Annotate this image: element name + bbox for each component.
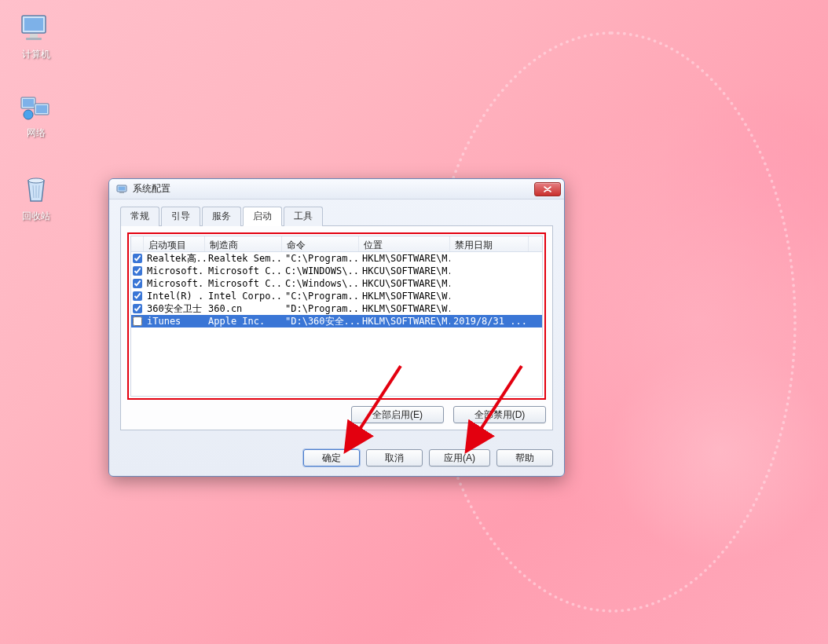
col-disable-date[interactable]: 禁用日期 bbox=[450, 236, 529, 251]
startup-list[interactable]: 启动项目 制造商 命令 位置 禁用日期 Realtek高...Realtek S… bbox=[130, 236, 543, 397]
desktop-icon-computer[interactable]: 计算机 bbox=[11, 13, 61, 62]
col-startup-item[interactable]: 启动项目 bbox=[144, 236, 205, 251]
help-button[interactable]: 帮助 bbox=[496, 449, 553, 467]
svg-point-9 bbox=[28, 178, 44, 183]
tabstrip: 常规 引导 服务 启动 工具 bbox=[120, 206, 553, 226]
recycle-bin-icon bbox=[19, 174, 53, 206]
svg-point-8 bbox=[24, 110, 33, 119]
cancel-button[interactable]: 取消 bbox=[366, 449, 423, 467]
cell-name: Realtek高... bbox=[144, 252, 205, 265]
titlebar[interactable]: 系统配置 bbox=[109, 179, 564, 199]
cell-cmd: "C:\Program... bbox=[282, 253, 359, 264]
tab-services[interactable]: 服务 bbox=[202, 207, 241, 226]
close-icon bbox=[544, 186, 551, 192]
row-checkbox[interactable] bbox=[133, 291, 142, 301]
table-row[interactable]: iTunesApple Inc."D:\360安全...HKLM\SOFTWAR… bbox=[131, 315, 542, 327]
enable-all-button[interactable]: 全部启用(E) bbox=[351, 406, 444, 423]
svg-rect-5 bbox=[23, 99, 34, 107]
desktop-icon-label: 计算机 bbox=[19, 47, 53, 62]
table-row[interactable]: Intel(R) ...Intel Corpo..."C:\Program...… bbox=[131, 290, 542, 302]
col-location[interactable]: 位置 bbox=[359, 236, 450, 251]
dialog-buttons: 确定 取消 应用(A) 帮助 bbox=[109, 441, 564, 476]
cell-name: iTunes bbox=[144, 316, 205, 327]
disable-all-button[interactable]: 全部禁用(D) bbox=[453, 406, 546, 423]
annotation-highlight: 启动项目 制造商 命令 位置 禁用日期 Realtek高...Realtek S… bbox=[127, 232, 546, 400]
window-title: 系统配置 bbox=[133, 182, 170, 196]
row-checkbox[interactable] bbox=[133, 317, 142, 326]
list-header[interactable]: 启动项目 制造商 命令 位置 禁用日期 bbox=[131, 236, 542, 252]
cell-mfr: Apple Inc. bbox=[205, 316, 282, 327]
col-command[interactable]: 命令 bbox=[282, 236, 359, 251]
close-button[interactable] bbox=[534, 182, 561, 196]
desktop-icon-recycle-bin[interactable]: 回收站 bbox=[11, 174, 61, 224]
desktop-icon-network[interactable]: 网络 bbox=[11, 91, 61, 141]
cell-name: 360安全卫士 bbox=[144, 302, 205, 316]
svg-rect-3 bbox=[26, 38, 42, 40]
network-icon bbox=[19, 91, 53, 123]
ok-button[interactable]: 确定 bbox=[303, 449, 360, 467]
row-checkbox[interactable] bbox=[133, 254, 142, 263]
computer-icon bbox=[19, 13, 53, 44]
cell-cmd: C:\WINDOWS\... bbox=[282, 265, 359, 276]
svg-rect-1 bbox=[24, 18, 43, 31]
col-manufacturer[interactable]: 制造商 bbox=[205, 236, 282, 251]
cell-loc: HKLM\SOFTWARE\M... bbox=[359, 316, 450, 327]
cell-loc: HKCU\SOFTWARE\M... bbox=[359, 265, 450, 276]
cell-cmd: "D:\Program... bbox=[282, 303, 359, 314]
tab-tools[interactable]: 工具 bbox=[284, 207, 323, 226]
row-checkbox[interactable] bbox=[133, 304, 142, 313]
cell-mfr: 360.cn bbox=[205, 303, 282, 314]
svg-rect-11 bbox=[119, 186, 126, 190]
tab-startup[interactable]: 启动 bbox=[243, 207, 282, 226]
cell-mfr: Intel Corpo... bbox=[205, 291, 282, 302]
cell-cmd: C:\Windows\... bbox=[282, 278, 359, 289]
cell-loc: HKLM\SOFTWARE\W... bbox=[359, 291, 450, 302]
tab-general[interactable]: 常规 bbox=[120, 207, 159, 226]
system-config-dialog: 系统配置 常规 引导 服务 启动 工具 启动项目 制造商 命令 bbox=[108, 178, 565, 477]
row-checkbox[interactable] bbox=[133, 279, 142, 288]
table-row[interactable]: Realtek高...Realtek Sem..."C:\Program...H… bbox=[131, 252, 542, 265]
tab-boot[interactable]: 引导 bbox=[161, 207, 200, 226]
cell-cmd: "C:\Program... bbox=[282, 291, 359, 302]
apply-button[interactable]: 应用(A) bbox=[429, 449, 490, 467]
svg-rect-12 bbox=[119, 192, 124, 193]
svg-rect-7 bbox=[36, 105, 47, 113]
table-row[interactable]: 360安全卫士360.cn"D:\Program...HKLM\SOFTWARE… bbox=[131, 302, 542, 315]
desktop-icon-label: 回收站 bbox=[19, 209, 53, 224]
tab-panel-startup: 启动项目 制造商 命令 位置 禁用日期 Realtek高...Realtek S… bbox=[120, 226, 553, 430]
cell-loc: HKCU\SOFTWARE\M... bbox=[359, 278, 450, 289]
cell-name: Microsoft... bbox=[144, 278, 205, 289]
cell-mfr: Microsoft C... bbox=[205, 265, 282, 276]
cell-mfr: Realtek Sem... bbox=[205, 253, 282, 264]
table-row[interactable]: Microsoft...Microsoft C...C:\WINDOWS\...… bbox=[131, 265, 542, 277]
cell-cmd: "D:\360安全... bbox=[282, 315, 359, 328]
app-icon bbox=[115, 183, 128, 196]
cell-mfr: Microsoft C... bbox=[205, 278, 282, 289]
svg-rect-2 bbox=[30, 34, 38, 38]
cell-date: 2019/8/31 ... bbox=[450, 316, 529, 327]
cell-loc: HKLM\SOFTWARE\M... bbox=[359, 253, 450, 264]
cell-name: Intel(R) ... bbox=[144, 291, 205, 302]
cell-name: Microsoft... bbox=[144, 265, 205, 276]
row-checkbox[interactable] bbox=[133, 266, 142, 276]
cell-loc: HKLM\SOFTWARE\W... bbox=[359, 303, 450, 314]
table-row[interactable]: Microsoft...Microsoft C...C:\Windows\...… bbox=[131, 277, 542, 290]
desktop-icon-label: 网络 bbox=[24, 126, 49, 141]
